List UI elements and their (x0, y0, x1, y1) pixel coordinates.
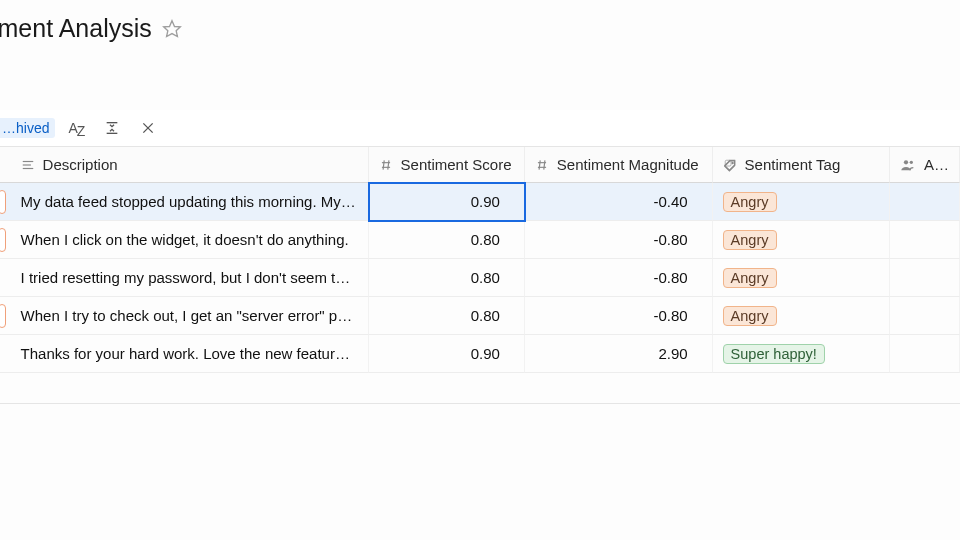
row-color-stub (0, 297, 11, 335)
sort-az-icon: A (69, 120, 77, 136)
number-col-icon (379, 158, 393, 172)
cell-tag[interactable]: Angry (713, 259, 890, 297)
col-score[interactable]: Sentiment Score (369, 147, 525, 183)
row-color-chip (0, 342, 6, 366)
filter-chip-archived[interactable]: …hived (0, 118, 55, 138)
svg-point-16 (732, 162, 733, 163)
people-col-icon (900, 157, 916, 173)
col-stub (0, 147, 11, 183)
col-label: Sentiment Score (401, 156, 512, 173)
number-col-icon (535, 158, 549, 172)
sentiment-tag: Super happy! (723, 344, 825, 364)
cell-tag[interactable]: Angry (713, 297, 890, 335)
cell-magnitude[interactable]: -0.80 (525, 259, 713, 297)
cell-score[interactable]: 0.80 (369, 259, 525, 297)
svg-line-11 (387, 160, 388, 169)
cell-score[interactable]: 0.90 (369, 335, 525, 373)
table-row[interactable]: My data feed stopped updating this morni… (0, 183, 960, 221)
cell-description[interactable]: Thanks for your hard work. Love the new … (11, 335, 369, 373)
cell-description[interactable]: When I click on the widget, it doesn't d… (11, 221, 369, 259)
cell-description[interactable]: My data feed stopped updating this morni… (11, 183, 369, 221)
cell-magnitude[interactable]: 2.90 (525, 335, 713, 373)
clear-button[interactable] (133, 114, 163, 142)
svg-line-15 (544, 160, 545, 169)
cell-magnitude[interactable]: -0.80 (525, 297, 713, 335)
table-row[interactable]: When I click on the widget, it doesn't d… (0, 221, 960, 259)
data-grid: Description Sentiment Score Sentiment Ma… (0, 147, 960, 373)
row-color-chip (0, 228, 6, 252)
cell-extra[interactable] (890, 221, 960, 259)
cell-tag[interactable]: Angry (713, 183, 890, 221)
table-row[interactable]: When I try to check out, I get an "serve… (0, 297, 960, 335)
col-extra[interactable]: A… (890, 147, 960, 183)
page-title: …timent Analysis (0, 14, 152, 43)
cell-extra[interactable] (890, 183, 960, 221)
svg-marker-0 (163, 20, 180, 36)
chrome-gap (0, 55, 960, 110)
svg-point-17 (904, 160, 908, 164)
sentiment-tag: Angry (723, 306, 777, 326)
star-icon[interactable] (162, 19, 182, 39)
svg-point-18 (910, 160, 913, 163)
sentiment-tag: Angry (723, 268, 777, 288)
tag-col-icon (723, 158, 737, 172)
cell-magnitude[interactable]: -0.80 (525, 221, 713, 259)
col-magnitude[interactable]: Sentiment Magnitude (525, 147, 713, 183)
text-col-icon (21, 158, 35, 172)
cell-extra[interactable] (890, 259, 960, 297)
cell-description[interactable]: When I try to check out, I get an "serve… (11, 297, 369, 335)
footer-divider (0, 403, 960, 404)
table-row[interactable]: I tried resetting my password, but I don… (0, 259, 960, 297)
col-label: Description (43, 156, 118, 173)
close-icon (141, 121, 155, 135)
cell-extra[interactable] (890, 297, 960, 335)
row-color-stub (0, 259, 11, 297)
sentiment-tag: Angry (723, 230, 777, 250)
grid-header-row: Description Sentiment Score Sentiment Ma… (0, 147, 960, 183)
row-color-chip (0, 266, 6, 290)
col-label: Sentiment Tag (745, 156, 841, 173)
cell-extra[interactable] (890, 335, 960, 373)
table-row[interactable]: Thanks for your hard work. Love the new … (0, 335, 960, 373)
cell-score[interactable]: 0.90 (369, 183, 525, 221)
col-tag[interactable]: Sentiment Tag (713, 147, 890, 183)
cell-score[interactable]: 0.80 (369, 221, 525, 259)
cell-tag[interactable]: Angry (713, 221, 890, 259)
row-color-chip (0, 304, 6, 328)
cell-tag[interactable]: Super happy! (713, 335, 890, 373)
sort-button[interactable]: AZ (61, 114, 91, 142)
row-color-stub (0, 221, 11, 259)
row-color-chip (0, 190, 6, 214)
row-color-stub (0, 335, 11, 373)
sentiment-tag: Angry (723, 192, 777, 212)
condense-rows-button[interactable] (97, 114, 127, 142)
condense-rows-icon (104, 120, 120, 136)
svg-line-10 (383, 160, 384, 169)
cell-description[interactable]: I tried resetting my password, but I don… (11, 259, 369, 297)
cell-magnitude[interactable]: -0.40 (525, 183, 713, 221)
col-label: Sentiment Magnitude (557, 156, 699, 173)
svg-line-14 (539, 160, 540, 169)
toolbar: …hived AZ (0, 110, 960, 147)
col-description[interactable]: Description (11, 147, 369, 183)
col-label: A… (924, 156, 949, 173)
row-color-stub (0, 183, 11, 221)
page-header: …timent Analysis (0, 0, 960, 55)
cell-score[interactable]: 0.80 (369, 297, 525, 335)
